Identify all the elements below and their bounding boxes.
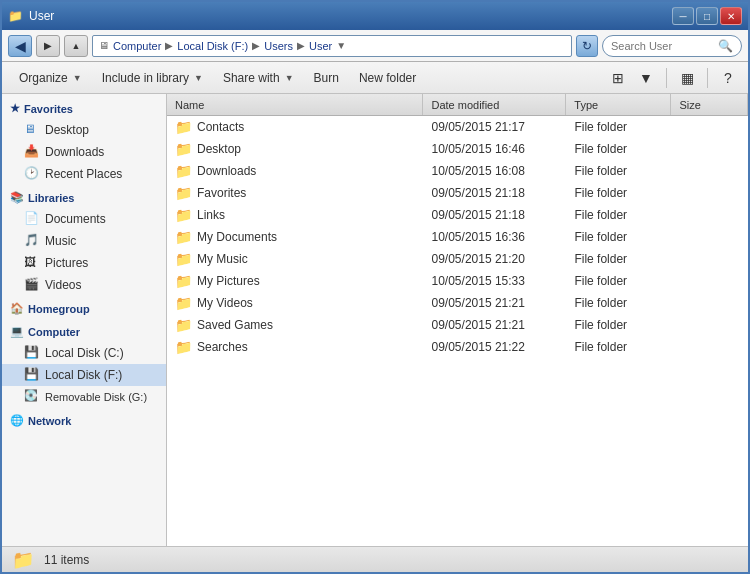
path-localdisk[interactable]: Local Disk (F:) (177, 40, 248, 52)
minimize-button[interactable]: ─ (672, 7, 694, 25)
file-type: File folder (566, 252, 671, 266)
favorites-header[interactable]: ★ Favorites (2, 98, 166, 119)
sidebar-item-pictures[interactable]: 🖼 Pictures (2, 252, 166, 274)
sidebar: ★ Favorites 🖥 Desktop 📥 Downloads 🕑 Rece… (2, 94, 167, 546)
folder-icon: 📁 (175, 295, 192, 311)
file-date: 09/05/2015 21:22 (424, 340, 567, 354)
view-options-button[interactable]: ⊞ (606, 66, 630, 90)
refresh-button[interactable]: ↻ (576, 35, 598, 57)
file-type: File folder (566, 340, 671, 354)
path-sep-2: ▶ (252, 40, 260, 51)
sidebar-item-removable-g[interactable]: 💽 Removable Disk (G:) (2, 386, 166, 408)
sidebar-item-videos[interactable]: 🎬 Videos (2, 274, 166, 296)
organize-button[interactable]: Organize ▼ (10, 66, 91, 90)
include-library-dropdown-icon: ▼ (194, 73, 203, 83)
file-name: My Music (197, 252, 248, 266)
table-row[interactable]: 📁Contacts09/05/2015 21:17File folder (167, 116, 748, 138)
file-date: 10/05/2015 16:08 (424, 164, 567, 178)
file-name: Contacts (197, 120, 244, 134)
col-type-label: Type (574, 99, 598, 111)
search-input[interactable] (611, 40, 714, 52)
file-name: My Videos (197, 296, 253, 310)
sidebar-item-recent-places[interactable]: 🕑 Recent Places (2, 163, 166, 185)
share-with-label: Share with (223, 71, 280, 85)
libraries-header[interactable]: 📚 Libraries (2, 187, 166, 208)
file-type: File folder (566, 274, 671, 288)
sidebar-item-music[interactable]: 🎵 Music (2, 230, 166, 252)
sidebar-local-c-label: Local Disk (C:) (45, 346, 124, 360)
path-dropdown-arrow[interactable]: ▼ (336, 40, 346, 51)
file-name: Searches (197, 340, 248, 354)
desktop-icon: 🖥 (24, 122, 40, 138)
table-row[interactable]: 📁Downloads10/05/2015 16:08File folder (167, 160, 748, 182)
network-section: 🌐 Network (2, 410, 166, 431)
share-with-button[interactable]: Share with ▼ (214, 66, 303, 90)
table-row[interactable]: 📁Desktop10/05/2015 16:46File folder (167, 138, 748, 160)
local-f-icon: 💾 (24, 367, 40, 383)
file-date: 09/05/2015 21:18 (424, 208, 567, 222)
share-with-dropdown-icon: ▼ (285, 73, 294, 83)
sidebar-item-documents[interactable]: 📄 Documents (2, 208, 166, 230)
path-computer-icon: 🖥 (99, 40, 109, 51)
include-library-button[interactable]: Include in library ▼ (93, 66, 212, 90)
path-computer[interactable]: Computer (113, 40, 161, 52)
sidebar-videos-label: Videos (45, 278, 81, 292)
table-row[interactable]: 📁Links09/05/2015 21:18File folder (167, 204, 748, 226)
search-box[interactable]: 🔍 (602, 35, 742, 57)
toolbar-right: ⊞ ▼ ▦ ? (606, 66, 740, 90)
network-icon: 🌐 (10, 414, 24, 427)
music-icon: 🎵 (24, 233, 40, 249)
sidebar-documents-label: Documents (45, 212, 106, 226)
preview-pane-button[interactable]: ▦ (675, 66, 699, 90)
toolbar-separator-2 (707, 68, 708, 88)
table-row[interactable]: 📁Saved Games09/05/2015 21:21File folder (167, 314, 748, 336)
burn-button[interactable]: Burn (305, 66, 348, 90)
status-item-count: 11 items (44, 553, 89, 567)
homegroup-label: Homegroup (28, 303, 90, 315)
col-header-name[interactable]: Name (167, 94, 423, 115)
title-bar-left: 📁 User (8, 9, 54, 23)
back-button[interactable]: ◀ (8, 35, 32, 57)
table-row[interactable]: 📁My Music09/05/2015 21:20File folder (167, 248, 748, 270)
table-row[interactable]: 📁My Documents10/05/2015 16:36File folder (167, 226, 748, 248)
col-header-type[interactable]: Type (566, 94, 671, 115)
path-users[interactable]: Users (264, 40, 293, 52)
address-path[interactable]: 🖥 Computer ▶ Local Disk (F:) ▶ Users ▶ U… (92, 35, 572, 57)
file-name: My Documents (197, 230, 277, 244)
sidebar-item-desktop[interactable]: 🖥 Desktop (2, 119, 166, 141)
path-sep-1: ▶ (165, 40, 173, 51)
computer-header[interactable]: 💻 Computer (2, 321, 166, 342)
libraries-icon: 📚 (10, 191, 24, 204)
window-title: User (29, 9, 54, 23)
organize-dropdown-icon: ▼ (73, 73, 82, 83)
up-button[interactable]: ▲ (64, 35, 88, 57)
sidebar-item-local-f[interactable]: 💾 Local Disk (F:) (2, 364, 166, 386)
table-row[interactable]: 📁Searches09/05/2015 21:22File folder (167, 336, 748, 358)
search-icon: 🔍 (718, 39, 733, 53)
table-row[interactable]: 📁Favorites09/05/2015 21:18File folder (167, 182, 748, 204)
folder-icon: 📁 (175, 207, 192, 223)
status-folder-icon: 📁 (12, 549, 34, 571)
network-header[interactable]: 🌐 Network (2, 410, 166, 431)
homegroup-header[interactable]: 🏠 Homegroup (2, 298, 166, 319)
view-dropdown-button[interactable]: ▼ (634, 66, 658, 90)
table-row[interactable]: 📁My Videos09/05/2015 21:21File folder (167, 292, 748, 314)
path-sep-3: ▶ (297, 40, 305, 51)
forward-button[interactable]: ▶ (36, 35, 60, 57)
file-type: File folder (566, 230, 671, 244)
homegroup-section: 🏠 Homegroup (2, 298, 166, 319)
maximize-button[interactable]: □ (696, 7, 718, 25)
new-folder-button[interactable]: New folder (350, 66, 425, 90)
close-button[interactable]: ✕ (720, 7, 742, 25)
documents-icon: 📄 (24, 211, 40, 227)
col-header-size[interactable]: Size (671, 94, 748, 115)
sidebar-item-local-c[interactable]: 💾 Local Disk (C:) (2, 342, 166, 364)
table-row[interactable]: 📁My Pictures10/05/2015 15:33File folder (167, 270, 748, 292)
file-date: 09/05/2015 21:21 (424, 318, 567, 332)
help-button[interactable]: ? (716, 66, 740, 90)
path-user[interactable]: User (309, 40, 332, 52)
col-header-date[interactable]: Date modified (423, 94, 566, 115)
sidebar-item-downloads[interactable]: 📥 Downloads (2, 141, 166, 163)
main-panel: Name Date modified Type Size 📁Contacts09… (167, 94, 748, 546)
file-type: File folder (566, 296, 671, 310)
